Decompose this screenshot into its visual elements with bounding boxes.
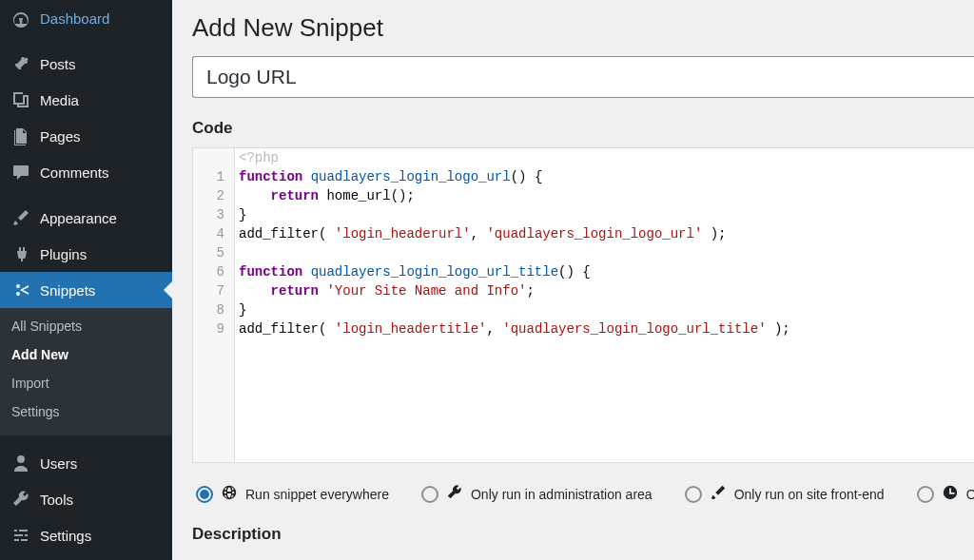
line-number: 4 bbox=[193, 224, 235, 243]
scope-option-only[interactable]: Only bbox=[917, 484, 974, 504]
submenu-item-all-snippets[interactable]: All Snippets bbox=[0, 312, 172, 340]
snippet-title-input[interactable] bbox=[192, 56, 974, 98]
sidebar-item-posts[interactable]: Posts bbox=[0, 46, 172, 82]
clock-icon bbox=[942, 484, 959, 504]
run-scope-group: Run snippet everywhereOnly run in admini… bbox=[192, 463, 974, 504]
sidebar-item-label: Appearance bbox=[40, 210, 117, 226]
sidebar-item-label: Settings bbox=[40, 528, 91, 544]
sidebar-item-label: Media bbox=[40, 92, 79, 108]
scope-option-run-snippet-everywhere[interactable]: Run snippet everywhere bbox=[196, 484, 389, 504]
plug-icon bbox=[11, 244, 30, 263]
code-line[interactable]: 5 bbox=[193, 243, 974, 262]
description-section-label: Description bbox=[192, 525, 974, 544]
sidebar-item-label: Dashboard bbox=[40, 10, 109, 27]
code-line[interactable]: 2 return home_url(); bbox=[193, 186, 974, 205]
code-line[interactable]: 9add_filter( 'login_headertitle', 'quadl… bbox=[193, 319, 974, 338]
php-open-tag: <?php bbox=[235, 148, 282, 167]
line-number: 1 bbox=[193, 167, 235, 186]
radio-input[interactable] bbox=[421, 486, 438, 503]
admin-sidebar: DashboardPostsMediaPagesCommentsAppearan… bbox=[0, 0, 172, 560]
sidebar-item-label: Posts bbox=[40, 56, 76, 72]
code-line[interactable]: 7 return 'Your Site Name and Info'; bbox=[193, 281, 974, 300]
radio-input[interactable] bbox=[685, 486, 702, 503]
pages-icon bbox=[11, 126, 30, 145]
comment-icon bbox=[11, 163, 30, 182]
user-icon bbox=[11, 454, 30, 473]
sidebar-item-label: Comments bbox=[40, 164, 109, 181]
submenu-item-import[interactable]: Import bbox=[0, 369, 172, 397]
sidebar-item-label: Snippets bbox=[40, 282, 95, 299]
wrench-icon bbox=[446, 484, 463, 504]
line-number: 9 bbox=[193, 319, 235, 338]
scope-option-only-run-on-site-front-end[interactable]: Only run on site front-end bbox=[685, 484, 885, 504]
submenu-item-settings[interactable]: Settings bbox=[0, 397, 172, 426]
sidebar-item-appearance[interactable]: Appearance bbox=[0, 200, 172, 236]
sidebar-item-label: Users bbox=[40, 455, 77, 472]
sidebar-item-snippets[interactable]: Snippets bbox=[0, 272, 172, 308]
scope-label: Only run in administration area bbox=[471, 487, 653, 502]
code-section-label: Code bbox=[192, 119, 974, 138]
sidebar-item-plugins[interactable]: Plugins bbox=[0, 236, 172, 272]
sidebar-submenu: All SnippetsAdd NewImportSettings bbox=[0, 308, 172, 435]
sidebar-item-dashboard[interactable]: Dashboard bbox=[0, 0, 172, 36]
scope-label: Run snippet everywhere bbox=[245, 487, 389, 502]
brush-icon bbox=[11, 208, 30, 227]
globe-icon bbox=[221, 484, 238, 504]
line-number: 7 bbox=[193, 281, 235, 300]
sidebar-item-users[interactable]: Users bbox=[0, 445, 172, 481]
code-line[interactable]: 4add_filter( 'login_headerurl', 'quadlay… bbox=[193, 224, 974, 243]
submenu-item-add-new[interactable]: Add New bbox=[0, 340, 172, 369]
line-number: 6 bbox=[193, 262, 235, 281]
radio-input[interactable] bbox=[917, 486, 934, 503]
pin-icon bbox=[11, 54, 30, 73]
main-content: Add New Snippet Code <?php1function quad… bbox=[172, 0, 974, 560]
code-line[interactable]: 1function quadlayers_login_logo_url() { bbox=[193, 167, 974, 186]
sliders-icon bbox=[11, 526, 30, 545]
scope-label: Only bbox=[966, 487, 974, 502]
radio-input[interactable] bbox=[196, 486, 213, 503]
brush-icon bbox=[710, 484, 727, 504]
sidebar-item-pages[interactable]: Pages bbox=[0, 118, 172, 154]
sidebar-item-comments[interactable]: Comments bbox=[0, 154, 172, 190]
sidebar-item-label: Plugins bbox=[40, 246, 87, 262]
scope-option-only-run-in-administration-area[interactable]: Only run in administration area bbox=[421, 484, 653, 504]
code-line[interactable]: 3} bbox=[193, 205, 974, 224]
sidebar-item-settings[interactable]: Settings bbox=[0, 517, 172, 553]
line-number: 5 bbox=[193, 243, 235, 262]
wrench-icon bbox=[11, 490, 30, 509]
dashboard-icon bbox=[11, 9, 30, 28]
sidebar-item-media[interactable]: Media bbox=[0, 82, 172, 118]
sidebar-item-label: Pages bbox=[40, 128, 81, 145]
sidebar-item-tools[interactable]: Tools bbox=[0, 481, 172, 517]
code-line[interactable]: 6function quadlayers_login_logo_url_titl… bbox=[193, 262, 974, 281]
page-title: Add New Snippet bbox=[192, 13, 974, 43]
code-line[interactable]: 8} bbox=[193, 300, 974, 319]
code-editor[interactable]: <?php1function quadlayers_login_logo_url… bbox=[192, 147, 974, 463]
scissors-icon bbox=[11, 280, 30, 299]
sidebar-item-label: Tools bbox=[40, 492, 73, 508]
media-icon bbox=[11, 90, 30, 109]
scope-label: Only run on site front-end bbox=[734, 487, 885, 502]
line-number: 3 bbox=[193, 205, 235, 224]
line-number: 2 bbox=[193, 186, 235, 205]
line-number: 8 bbox=[193, 300, 235, 319]
